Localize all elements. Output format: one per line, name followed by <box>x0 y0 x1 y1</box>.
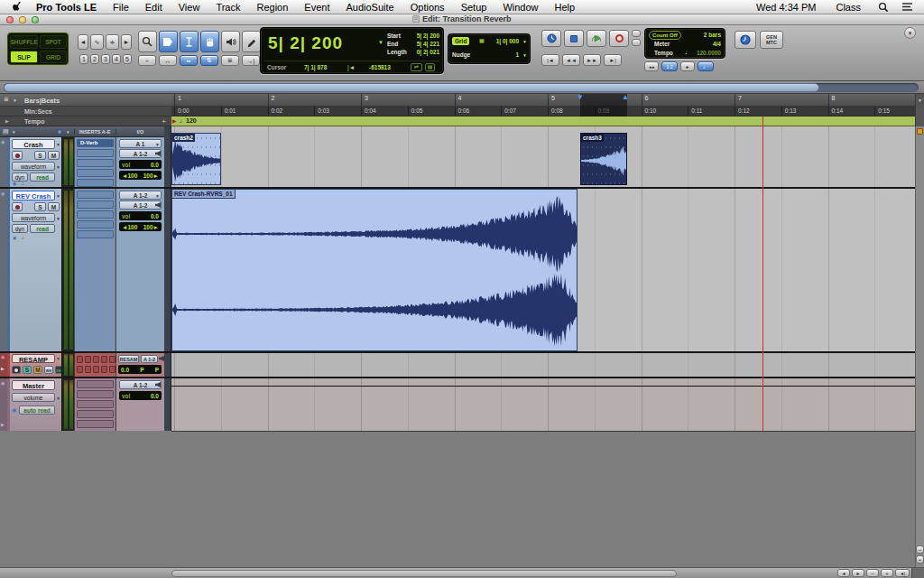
playhead[interactable] <box>762 117 763 431</box>
menu-view[interactable]: View <box>171 0 208 14</box>
track-master-automation-mode[interactable]: auto read <box>19 406 55 415</box>
tempo-ruler-name[interactable]: ▶ Tempo + <box>0 117 171 126</box>
track-rev-pan-display[interactable]: ◄100100► <box>119 222 162 231</box>
menu-event[interactable]: Event <box>296 0 337 14</box>
track-state-icon[interactable]: ◉ <box>1 139 5 144</box>
spotlight-icon[interactable] <box>873 2 894 13</box>
track-crash-mute-button[interactable]: M <box>48 151 60 160</box>
track-resamp-output-selector[interactable]: RESAM <box>118 355 139 363</box>
zoom-preset-5[interactable]: 5 <box>123 54 132 64</box>
meter-label[interactable]: Meter <box>654 41 670 47</box>
zoom-in-button[interactable]: ► <box>121 34 132 50</box>
track-master-view-selector[interactable]: volume <box>12 393 55 402</box>
pencil-tool-button[interactable] <box>242 31 261 52</box>
tempo-ruler[interactable]: ▶ ♩120 <box>171 117 915 126</box>
scrubber-tool-button[interactable] <box>221 31 240 52</box>
track-color-icon[interactable] <box>57 129 62 135</box>
insert-slot-empty[interactable] <box>77 210 114 219</box>
h-zoom-in-button[interactable]: + <box>881 569 893 577</box>
insert-slot-empty[interactable] <box>77 149 114 157</box>
track-resamp-wave-button[interactable]: wv <box>44 366 53 374</box>
tempo-expand-icon[interactable]: ▶ <box>5 118 9 124</box>
track-crash-volume-display[interactable]: vol0.0 <box>119 160 162 169</box>
track-crash-input-selector[interactable]: A 1-2 <box>119 149 162 158</box>
selection-length-value[interactable]: 0| 2| 021 <box>405 49 439 55</box>
universe-handle[interactable] <box>4 83 819 92</box>
mode-grid-button[interactable]: GRID <box>40 51 67 63</box>
ruler-menu-dropdown-icon[interactable]: ▼ <box>13 98 17 103</box>
crash-track-lane[interactable] <box>171 126 915 187</box>
meter-value[interactable]: 4/4 <box>713 41 721 47</box>
track-crash-elastic-icon[interactable]: ⊥ <box>21 181 24 186</box>
track-crash-automation-mode[interactable]: read <box>30 172 55 182</box>
track-expand-icon[interactable]: ▶ <box>1 366 5 371</box>
insert-slot-empty[interactable] <box>85 356 91 363</box>
metronome-button[interactable]: ●● <box>644 61 659 71</box>
insert-slot-empty[interactable] <box>109 356 116 363</box>
zoom-toggle-button[interactable]: ÷ <box>138 55 156 66</box>
track-master-output-selector[interactable]: A 1-2 <box>119 380 162 389</box>
menu-window[interactable]: Window <box>494 0 546 14</box>
menu-file[interactable]: File <box>105 0 137 14</box>
main-counter-value[interactable]: 5| 2| 200 <box>268 33 343 53</box>
track-resamp-input-selector[interactable]: A 1-2 <box>141 355 158 363</box>
h-zoom-out-button[interactable]: − <box>866 569 879 577</box>
menu-options[interactable]: Options <box>402 0 453 14</box>
counter-mini-icon-1[interactable]: ⇄ <box>411 63 422 71</box>
track-state-icon[interactable]: ◉ <box>1 380 5 386</box>
track-resamp-name-dropdown-icon[interactable]: ▼ <box>56 356 60 361</box>
track-master-name[interactable]: Master <box>12 380 55 390</box>
track-crash-output-dropdown-icon[interactable]: ▼ <box>155 142 160 147</box>
minimize-window-button[interactable] <box>19 16 26 23</box>
countoff-button[interactable]: 1·2 <box>661 61 678 71</box>
track-state-icon[interactable]: ◉ <box>1 191 5 196</box>
insert-slot-empty[interactable] <box>85 366 91 373</box>
session-time-button[interactable] <box>735 31 756 49</box>
close-window-button[interactable] <box>6 16 14 23</box>
play-button[interactable] <box>587 30 606 47</box>
track-resamp-solo-button[interactable]: S <box>23 366 32 374</box>
insert-slot-empty[interactable] <box>77 191 114 199</box>
selection-end-marker-icon[interactable]: ▲ <box>622 93 629 101</box>
menu-setup[interactable]: Setup <box>453 0 495 14</box>
track-rev-name-dropdown-icon[interactable]: ▼ <box>56 193 60 199</box>
track-rev-input-selector[interactable]: A 1-2 <box>119 200 162 210</box>
zoom-preset-1[interactable]: 1 <box>79 54 88 64</box>
track-crash-solo-button[interactable]: S <box>34 151 46 160</box>
selection-end-value[interactable]: 5| 4| 221 <box>405 41 439 47</box>
zoom-window-button[interactable] <box>32 16 39 23</box>
grid-value-label[interactable]: Grid <box>452 37 469 45</box>
fast-forward-button[interactable]: ►► <box>583 54 601 66</box>
audio-zoom-button[interactable]: ∿ <box>90 34 104 50</box>
menu-edit[interactable]: Edit <box>137 0 171 14</box>
track-master-view-dropdown-icon[interactable]: ▼ <box>56 396 60 401</box>
selector-tool-button[interactable] <box>180 31 199 52</box>
scroll-left-button[interactable]: ◄ <box>837 569 850 577</box>
insert-slot-empty[interactable] <box>77 200 114 209</box>
scroll-home-button[interactable]: ◄| <box>895 569 910 577</box>
track-rev-view-dropdown-icon[interactable]: ▼ <box>56 216 60 221</box>
track-header-dropdown-icon[interactable]: ▼ <box>66 130 69 135</box>
zoom-preset-3[interactable]: 3 <box>101 54 110 64</box>
menu-region[interactable]: Region <box>248 0 296 14</box>
notification-list-icon[interactable] <box>898 2 917 12</box>
insert-slot-empty[interactable] <box>77 356 83 363</box>
midi-zoom-button[interactable]: ≑ <box>106 34 119 50</box>
zoom-preset-2[interactable]: 2 <box>90 54 99 64</box>
insert-slot-empty[interactable] <box>77 159 114 167</box>
main-counter-dropdown-icon[interactable]: ▼ <box>378 40 383 45</box>
mode-shuffle-button[interactable]: SHUFFLE <box>10 35 38 49</box>
return-to-zero-button[interactable]: |◄ <box>541 54 559 66</box>
rewind-button[interactable]: ◄◄ <box>562 54 580 66</box>
tempo-add-icon[interactable]: + <box>162 117 166 126</box>
insertion-follows-playback-button[interactable]: ≣ <box>221 55 239 66</box>
selection-start-marker-icon[interactable]: ▼ <box>577 93 584 101</box>
count-off-value[interactable]: 2 bars <box>704 32 721 38</box>
insert-slot-empty[interactable] <box>77 390 114 398</box>
menu-clock[interactable]: Wed 4:34 PM <box>748 0 824 14</box>
track-crash-voice-icon[interactable]: ◉ <box>13 181 16 186</box>
transport-mini-1[interactable] <box>632 30 641 37</box>
resamp-track-lane[interactable] <box>171 353 915 377</box>
region-rev-crash-rvrs[interactable]: REV Crash-RVRS_01 <box>171 189 578 351</box>
track-master-volume-display[interactable]: vol0.0 <box>119 391 162 400</box>
